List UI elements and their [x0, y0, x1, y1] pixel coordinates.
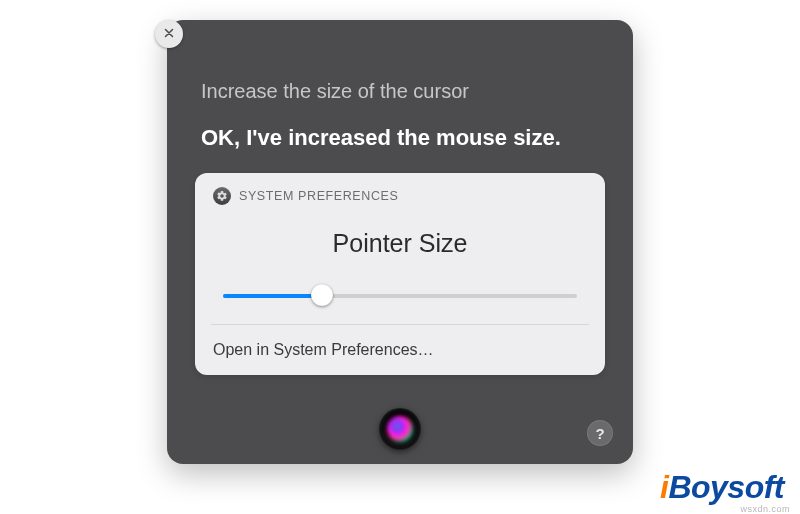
pointer-size-slider[interactable] — [223, 286, 577, 306]
screenshot-stage: Increase the size of the cursor OK, I've… — [0, 0, 800, 514]
slider-thumb[interactable] — [311, 284, 333, 306]
siri-response: OK, I've increased the mouse size. — [201, 125, 605, 151]
open-in-system-preferences-link[interactable]: Open in System Preferences… — [213, 337, 587, 361]
slider-fill — [223, 294, 322, 298]
siri-orb-button[interactable] — [379, 408, 421, 450]
watermark-accent: i — [660, 469, 668, 506]
pointer-size-title: Pointer Size — [213, 229, 587, 258]
siri-user-query: Increase the size of the cursor — [201, 80, 605, 103]
close-icon — [163, 25, 175, 43]
card-source-label: SYSTEM PREFERENCES — [239, 189, 398, 203]
close-button[interactable] — [155, 20, 183, 48]
gear-icon — [213, 187, 231, 205]
siri-panel: Increase the size of the cursor OK, I've… — [167, 20, 633, 464]
watermark-logo: iBoysoft — [660, 469, 784, 506]
watermark-text: Boysoft — [668, 469, 784, 506]
watermark-site: wsxdn.com — [740, 504, 790, 514]
system-preferences-card: SYSTEM PREFERENCES Pointer Size Open in … — [195, 173, 605, 375]
card-header: SYSTEM PREFERENCES — [213, 187, 587, 205]
divider — [211, 324, 589, 325]
help-button[interactable]: ? — [587, 420, 613, 446]
siri-wave-icon — [387, 416, 413, 442]
